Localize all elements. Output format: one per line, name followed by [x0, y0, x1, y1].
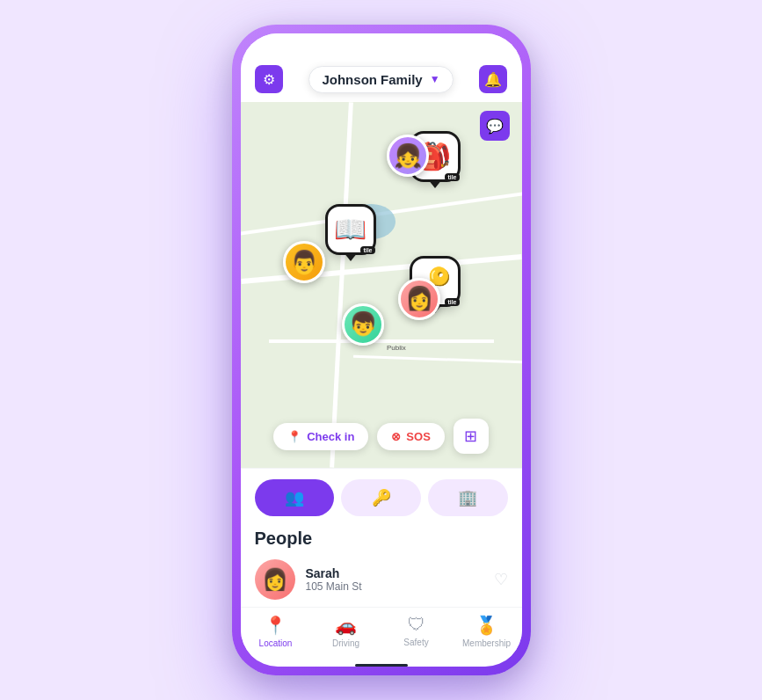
nav-item-driving[interactable]: 🚗 Driving: [311, 615, 381, 648]
phone-frame: ⚙ Johnson Family ▼ 🔔 Todds Lake: [232, 25, 531, 675]
membership-nav-label: Membership: [462, 638, 511, 648]
location-nav-icon: 📍: [265, 615, 287, 636]
devices-icon: 🔑: [372, 488, 391, 507]
tile-badge: tile: [445, 298, 459, 306]
family-selector[interactable]: Johnson Family ▼: [308, 66, 453, 93]
nav-item-location[interactable]: 📍 Location: [241, 615, 311, 648]
bottom-panel: 👥 🔑 🏢 People 👩 Sarah 105 Main St: [241, 468, 522, 607]
tab-people[interactable]: 👥: [255, 479, 335, 516]
notifications-button[interactable]: 🔔: [479, 65, 507, 93]
layers-icon: ⊞: [464, 427, 477, 446]
settings-button[interactable]: ⚙: [255, 65, 283, 93]
checkin-label: Check in: [307, 430, 354, 443]
tab-places[interactable]: 🏢: [428, 479, 508, 516]
map-label-publix: Publix: [387, 344, 406, 352]
map-container[interactable]: Todds Lake Publix 💬 🎒 tile 📖: [241, 102, 522, 468]
chat-icon: 💬: [486, 118, 504, 135]
gear-icon: ⚙: [263, 71, 275, 88]
person-pin-teen-girl[interactable]: 👧: [387, 135, 429, 177]
map-controls: 📍 Check in ⊗ SOS ⊞: [241, 419, 522, 454]
person-pin-teen-boy[interactable]: 👦: [342, 303, 384, 346]
safety-nav-label: Safety: [403, 638, 428, 647]
sos-label: SOS: [406, 430, 430, 443]
bell-icon: 🔔: [484, 71, 502, 88]
person-address: 105 Main St: [306, 580, 483, 593]
nav-item-safety[interactable]: 🛡 Safety: [381, 615, 452, 648]
chat-button[interactable]: 💬: [480, 111, 510, 141]
nav-home-indicator: [355, 664, 408, 667]
driving-nav-icon: 🚗: [335, 615, 357, 636]
driving-nav-label: Driving: [332, 638, 359, 648]
person-pin-mom[interactable]: 👩: [398, 278, 440, 320]
tile-badge: tile: [445, 173, 459, 181]
nav-item-membership[interactable]: 🏅 Membership: [452, 615, 522, 648]
places-icon: 🏢: [458, 488, 477, 507]
content-tabs: 👥 🔑 🏢: [255, 479, 508, 516]
sos-button[interactable]: ⊗ SOS: [377, 423, 444, 450]
notch: [329, 33, 434, 58]
people-icon: 👥: [285, 488, 304, 507]
sos-icon: ⊗: [391, 430, 401, 443]
person-avatar-sarah: 👩: [255, 559, 295, 600]
person-info-sarah: Sarah 105 Main St: [306, 566, 483, 593]
phone-screen: ⚙ Johnson Family ▼ 🔔 Todds Lake: [241, 33, 522, 667]
map-background: Todds Lake Publix 💬 🎒 tile 📖: [241, 102, 522, 468]
location-nav-label: Location: [259, 638, 293, 648]
person-row-sarah[interactable]: 👩 Sarah 105 Main St ♡: [255, 559, 508, 607]
family-name-label: Johnson Family: [322, 72, 422, 87]
safety-nav-icon: 🛡: [408, 615, 425, 635]
checkin-button[interactable]: 📍 Check in: [273, 423, 368, 450]
layers-button[interactable]: ⊞: [454, 419, 489, 454]
chevron-down-icon: ▼: [430, 73, 440, 85]
person-pin-dad[interactable]: 👨: [283, 241, 325, 283]
person-name: Sarah: [306, 566, 483, 580]
membership-nav-icon: 🏅: [475, 615, 497, 636]
favorite-button[interactable]: ♡: [494, 570, 508, 589]
nav-bar: 📍 Location 🚗 Driving 🛡 Safety 🏅 Membersh…: [241, 607, 522, 660]
book-icon: 📖: [334, 216, 366, 243]
map-road: [330, 102, 353, 468]
tile-badge: tile: [360, 246, 374, 254]
map-road: [353, 355, 522, 364]
tile-item-book[interactable]: 📖 tile: [325, 204, 376, 255]
section-title: People: [255, 529, 508, 549]
checkin-icon: 📍: [287, 430, 301, 443]
tab-devices[interactable]: 🔑: [341, 479, 421, 516]
